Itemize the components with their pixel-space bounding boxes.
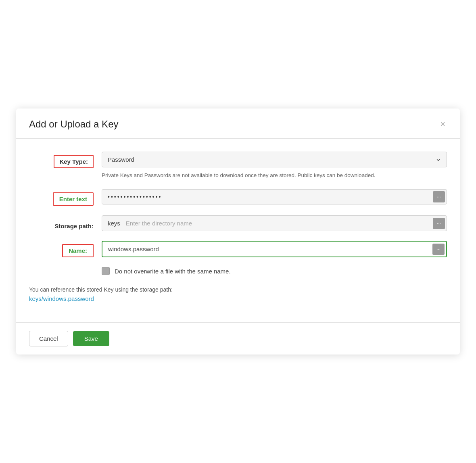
save-button[interactable]: Save — [73, 331, 109, 346]
checkbox-row: Do not overwrite a file with the same na… — [29, 267, 447, 275]
overwrite-checkbox-label: Do not overwrite a file with the same na… — [115, 268, 231, 275]
storage-path-prefix: keys — [102, 216, 120, 231]
enter-text-control: ··· — [102, 189, 447, 204]
storage-path-menu-button[interactable]: ··· — [433, 218, 445, 229]
reference-text: You can reference this stored Key using … — [29, 286, 447, 293]
cancel-button[interactable]: Cancel — [29, 331, 68, 346]
reference-link[interactable]: keys/windows.password — [29, 295, 94, 302]
key-type-select[interactable]: Password Private Key Public Key — [102, 152, 447, 167]
storage-path-input[interactable] — [120, 216, 431, 231]
dialog-body: Key Type: Password Private Key Public Ke… — [16, 139, 460, 322]
close-button[interactable]: × — [438, 118, 447, 130]
key-type-control: Password Private Key Public Key Private … — [102, 152, 447, 179]
dialog-title: Add or Upload a Key — [29, 119, 118, 130]
name-row: Name: ··· — [29, 241, 447, 257]
name-field-wrapper: ··· — [102, 241, 447, 257]
overwrite-checkbox[interactable] — [102, 267, 110, 275]
dialog-footer: Cancel Save — [16, 322, 460, 355]
enter-text-label-wrapper: Enter text — [29, 189, 102, 206]
storage-path-control: keys ··· — [102, 215, 447, 231]
enter-text-row: Enter text ··· — [29, 189, 447, 206]
name-label: Name: — [62, 244, 94, 257]
storage-path-row: Storage path: keys ··· — [29, 215, 447, 231]
enter-text-label: Enter text — [53, 192, 94, 206]
dialog-header: Add or Upload a Key × — [16, 108, 460, 138]
key-type-row: Key Type: Password Private Key Public Ke… — [29, 152, 447, 179]
enter-text-field-wrapper: ··· — [102, 189, 447, 204]
key-type-label: Key Type: — [54, 155, 94, 168]
enter-text-menu-button[interactable]: ··· — [433, 191, 445, 202]
key-type-hint: Private Keys and Passwords are not avail… — [102, 171, 447, 179]
name-menu-button[interactable]: ··· — [432, 244, 445, 255]
name-input[interactable] — [102, 242, 431, 257]
storage-path-label: Storage path: — [54, 219, 94, 229]
name-label-wrapper: Name: — [29, 241, 102, 257]
reference-section: You can reference this stored Key using … — [29, 286, 447, 312]
key-type-select-wrapper: Password Private Key Public Key — [102, 152, 447, 167]
dialog-container: Add or Upload a Key × Key Type: Password… — [16, 108, 460, 355]
storage-path-field-wrapper: keys ··· — [102, 215, 447, 231]
enter-text-input[interactable] — [102, 190, 431, 204]
storage-path-label-wrapper: Storage path: — [29, 215, 102, 229]
name-control: ··· — [102, 241, 447, 257]
key-type-label-wrapper: Key Type: — [29, 152, 102, 168]
